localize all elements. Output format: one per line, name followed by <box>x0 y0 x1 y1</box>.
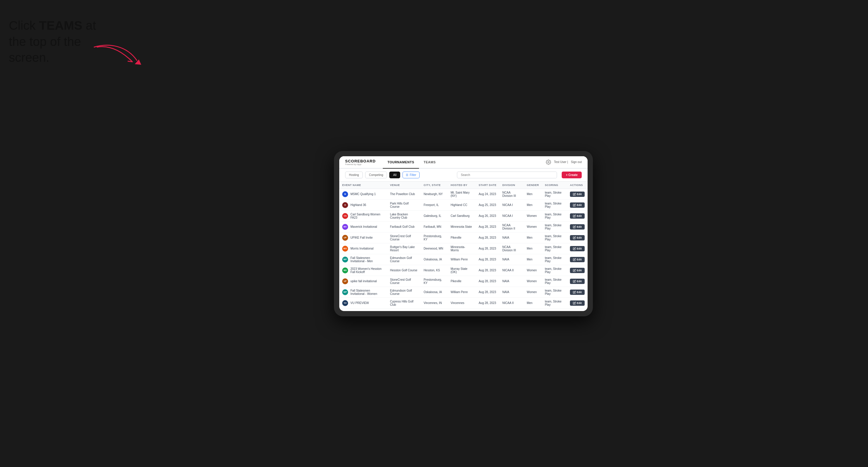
cell-event-name: WP Fall Statesmen Invitational - Men <box>339 254 387 265</box>
cell-event-name: WP Fall Statesmen Invitational - Women <box>339 287 387 298</box>
cell-gender: Women <box>524 287 542 298</box>
edit-button[interactable]: Edit <box>570 301 585 306</box>
cell-hosted-by: John A Logan <box>447 308 475 311</box>
cell-actions: Edit <box>567 276 588 287</box>
edit-button[interactable]: Edit <box>570 257 585 262</box>
edit-button[interactable]: Edit <box>570 268 585 273</box>
cell-actions: Edit <box>567 221 588 232</box>
cell-gender: Women <box>524 210 542 221</box>
event-name-text: Carl Sandburg Women FA23 <box>350 213 384 219</box>
table-row: WP Fall Statesmen Invitational - Men Edm… <box>339 254 588 265</box>
cell-start-date: Aug 28, 2023 <box>476 221 500 232</box>
cell-actions: Edit <box>567 232 588 243</box>
cell-city-state: Marion, IL <box>421 308 448 311</box>
cell-scoring: team, Stroke Play <box>542 232 567 243</box>
col-division: DIVISION <box>499 182 524 189</box>
cell-event-name: MV Maverick Invitational <box>339 221 387 232</box>
cell-scoring: team, Stroke Play <box>542 221 567 232</box>
cell-hosted-by: Minnesota-Morris <box>447 243 475 254</box>
cell-start-date: Aug 28, 2023 <box>476 298 500 308</box>
tab-tournaments[interactable]: TOURNAMENTS <box>383 156 419 168</box>
edit-button[interactable]: Edit <box>570 235 585 241</box>
team-logo: UP <box>342 235 348 241</box>
edit-button[interactable]: Edit <box>570 213 585 219</box>
col-venue: VENUE <box>387 182 421 189</box>
cell-actions: Edit <box>567 254 588 265</box>
cell-scoring: team, Stroke Play <box>542 210 567 221</box>
search-input[interactable] <box>457 172 557 178</box>
create-btn[interactable]: + Create <box>562 172 582 178</box>
edit-button[interactable]: Edit <box>570 246 585 251</box>
cell-event-name: UP UPIKE Fall Invite <box>339 232 387 243</box>
data-table: EVENT NAME VENUE CITY, STATE HOSTED BY S… <box>339 182 588 311</box>
cell-division: NAIA <box>499 254 524 265</box>
logo-title: SCOREBOARD <box>345 159 376 163</box>
filter-icon-btn[interactable]: ☰ Filter <box>403 172 419 178</box>
sign-out-link[interactable]: Sign out <box>571 160 582 164</box>
col-actions: ACTIONS <box>567 182 588 189</box>
cell-venue: Park Hills Golf Course <box>387 199 421 210</box>
all-filter-btn[interactable]: All <box>389 172 400 178</box>
col-hosted-by: HOSTED BY <box>447 182 475 189</box>
cell-hosted-by: Mt. Saint Mary (NY) <box>447 189 475 199</box>
cell-start-date: Aug 28, 2023 <box>476 254 500 265</box>
tab-teams[interactable]: TEAMS <box>419 156 440 168</box>
event-name-text: Maverick Invitational <box>350 225 377 228</box>
event-name-text: upike fall invitational <box>350 280 377 283</box>
cell-division: NCAA Division III <box>499 243 524 254</box>
cell-division: NICAA I <box>499 199 524 210</box>
team-logo: WP <box>342 289 348 295</box>
toolbar: Hosting Competing All ☰ Filter + Create <box>339 168 588 182</box>
table-container[interactable]: EVENT NAME VENUE CITY, STATE HOSTED BY S… <box>339 182 588 311</box>
cell-hosted-by: Pikeville <box>447 232 475 243</box>
edit-button[interactable]: Edit <box>570 289 585 295</box>
edit-button[interactable]: Edit <box>570 203 585 208</box>
cell-venue: Kokopelli Golf Club <box>387 308 421 311</box>
svg-point-1 <box>548 161 549 163</box>
settings-icon[interactable] <box>546 159 551 165</box>
cell-start-date: Aug 25, 2023 <box>476 199 500 210</box>
table-row: MO Morris Invitational Ruttger's Bay Lak… <box>339 243 588 254</box>
cell-division: NICAA II <box>499 298 524 308</box>
cell-actions: Edit <box>567 243 588 254</box>
cell-start-date: Aug 24, 2023 <box>476 189 500 199</box>
team-logo: H <box>342 202 348 208</box>
edit-button[interactable]: Edit <box>570 279 585 284</box>
cell-division: NICAA I <box>499 308 524 311</box>
team-logo: MS <box>342 268 348 273</box>
cell-scoring: team, Stroke Play <box>542 199 567 210</box>
col-event-name: EVENT NAME <box>339 182 387 189</box>
instruction-text: Click TEAMS at the top of the screen. <box>9 18 103 66</box>
cell-actions: Edit <box>567 189 588 199</box>
team-logo: VU <box>342 300 348 306</box>
hosting-filter-btn[interactable]: Hosting <box>345 172 363 178</box>
cell-gender: Men <box>524 243 542 254</box>
event-name-text: Highland 36 <box>350 203 366 207</box>
team-logo: UP <box>342 278 348 284</box>
cell-venue: Hesston Golf Course <box>387 265 421 276</box>
cell-gender: Men <box>524 254 542 265</box>
col-scoring: SCORING <box>542 182 567 189</box>
cell-venue: StoneCrest Golf Course <box>387 232 421 243</box>
cell-city-state: Oskaloosa, IA <box>421 287 448 298</box>
competing-filter-btn[interactable]: Competing <box>365 172 387 178</box>
cell-start-date: Aug 28, 2023 <box>476 287 500 298</box>
cell-hosted-by: Highland CC <box>447 199 475 210</box>
cell-gender: Women <box>524 276 542 287</box>
cell-scoring: team, Stroke Play <box>542 254 567 265</box>
team-logo: WP <box>342 257 348 262</box>
table-row: WP Fall Statesmen Invitational - Women E… <box>339 287 588 298</box>
edit-button[interactable]: Edit <box>570 192 585 197</box>
col-city-state: CITY, STATE <box>421 182 448 189</box>
cell-division: NAIA <box>499 232 524 243</box>
cell-actions: Edit <box>567 265 588 276</box>
cell-gender: Women <box>524 265 542 276</box>
cell-scoring: team, Stroke Play <box>542 287 567 298</box>
cell-hosted-by: William Penn <box>447 287 475 298</box>
event-name-text: MSMC Qualifying 1 <box>350 192 376 196</box>
cell-venue: Ruttger's Bay Lake Resort <box>387 243 421 254</box>
table-row: MS 2023 Women's Hesston Fall Kickoff Hes… <box>339 265 588 276</box>
cell-division: NICAA II <box>499 265 524 276</box>
table-row: CS Carl Sandburg Women FA23 Lake Bracken… <box>339 210 588 221</box>
edit-button[interactable]: Edit <box>570 224 585 229</box>
